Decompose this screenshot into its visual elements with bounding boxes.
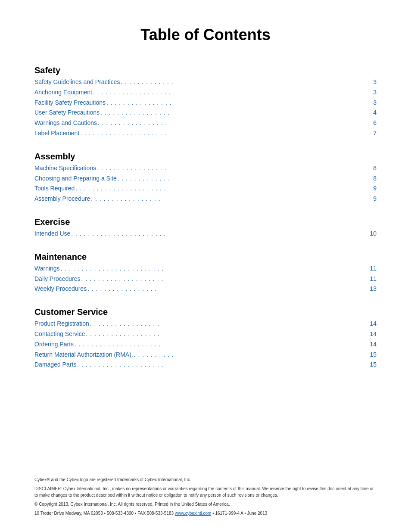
section-heading-assembly: Assembly <box>34 152 377 162</box>
toc-dots: . . . . . . . . . . . . . . . . . . . . … <box>77 360 369 370</box>
toc-entry-text: Contacting Service <box>34 329 85 339</box>
toc-entry-text: Ordering Parts <box>34 339 74 350</box>
toc-page-number: 4 <box>373 108 377 118</box>
toc-dots: . . . . . . . . . . . . . . . . . . . . … <box>75 339 369 350</box>
footer-address-suffix: • 16171-999-4 A • June 2013 <box>211 511 267 516</box>
toc-dots: . . . . . . . . . . . . . <box>118 174 373 184</box>
toc-entry-text: Damaged Parts <box>34 360 76 370</box>
toc-page-number: 3 <box>373 87 377 98</box>
toc-page-number: 14 <box>370 339 377 350</box>
footer-copyright: © Copyright 2013, Cybex International, I… <box>34 501 377 507</box>
toc-entry[interactable]: Daily Procedures . . . . . . . . . . . .… <box>34 274 377 284</box>
toc-page-number: 10 <box>370 229 377 239</box>
toc-dots: . . . . . . . . . . . . . . . . . . . <box>93 87 372 98</box>
toc-entry-text: Product Registration <box>34 319 89 329</box>
toc-entry[interactable]: Weekly Procedures . . . . . . . . . . . … <box>34 284 377 294</box>
toc-dots: . . . . . . . . . . . . . . . . . <box>87 284 369 294</box>
toc-entry[interactable]: Return Material Authorization (RMA). . .… <box>34 350 377 360</box>
toc-entry[interactable]: Safety Guidelines and Practices . . . . … <box>34 77 377 87</box>
toc-page-number: 15 <box>370 350 377 360</box>
toc-dots: . . . . . . . . . . . . . . . . . . . . … <box>75 184 372 194</box>
toc-entry[interactable]: Facility Safety Precautions . . . . . . … <box>34 98 377 108</box>
toc-page-number: 7 <box>373 128 377 139</box>
toc-entry[interactable]: Product Registration . . . . . . . . . .… <box>34 319 377 329</box>
toc-dots: . . . . . . . . . . . . . . . . . . . . … <box>61 264 369 274</box>
toc-page-number: 15 <box>370 360 377 370</box>
toc-page-number: 9 <box>373 194 377 204</box>
toc-entry-text: Anchoring Equipment <box>34 87 92 98</box>
toc-entry-text: Weekly Procedures <box>34 284 87 294</box>
toc-entry[interactable]: Ordering Parts . . . . . . . . . . . . .… <box>34 339 377 350</box>
toc-entry-text: Return Material Authorization (RMA). <box>34 350 133 360</box>
toc-entry[interactable]: Anchoring Equipment . . . . . . . . . . … <box>34 87 377 98</box>
toc-page-number: 6 <box>373 118 377 128</box>
toc-page-number: 3 <box>373 77 377 87</box>
toc-entry[interactable]: Contacting Service . . . . . . . . . . .… <box>34 329 377 339</box>
toc-entry[interactable]: User Safety Precautions . . . . . . . . … <box>34 108 377 118</box>
toc-dots: . . . . . . . . . . . . . . . . . . . . <box>81 274 369 284</box>
footer-address-prefix: 10 Trotter Drive Medway, MA 02053 • 508-… <box>34 511 175 516</box>
toc-entry-text: Choosing and Preparing a Site <box>34 174 117 184</box>
toc-dots: . . . . . . . . . . . . . . . . . <box>90 319 369 329</box>
footer-trademark: Cybex® and the Cybex logo are registered… <box>34 476 377 483</box>
section-heading-exercise: Exercise <box>34 217 377 227</box>
toc-page-number: 3 <box>373 98 377 108</box>
toc-entry[interactable]: Damaged Parts . . . . . . . . . . . . . … <box>34 360 377 370</box>
footer: Cybex® and the Cybex logo are registered… <box>34 476 377 519</box>
section-customer-service: Customer ServiceProduct Registration . .… <box>34 307 377 370</box>
toc-page-number: 9 <box>373 184 377 194</box>
toc-dots: . . . . . . . . . . . . . . . . . <box>97 163 372 174</box>
toc-entry-text: Daily Procedures <box>34 274 81 284</box>
toc-page-number: 8 <box>373 163 377 174</box>
toc-page-number: 14 <box>370 319 377 329</box>
toc-entry-text: Facility Safety Precautions <box>34 98 106 108</box>
toc-entry[interactable]: Tools Required . . . . . . . . . . . . .… <box>34 184 377 194</box>
toc-page-number: 11 <box>370 264 377 274</box>
toc-dots: . . . . . . . . . . . . . <box>121 77 372 87</box>
page: Table of Contents SafetySafety Guideline… <box>0 0 411 532</box>
toc-container: SafetySafety Guidelines and Practices . … <box>34 65 377 370</box>
toc-entry-text: Assembly Procedure <box>34 194 90 204</box>
toc-entry-text: Tools Required <box>34 184 75 194</box>
section-heading-customer-service: Customer Service <box>34 307 377 317</box>
section-assembly: AssemblyMachine Specifications . . . . .… <box>34 152 377 204</box>
toc-dots: . . . . . . . . . . . . . . . . <box>106 98 372 108</box>
toc-entry[interactable]: Assembly Procedure . . . . . . . . . . .… <box>34 194 377 204</box>
section-maintenance: MaintenanceWarnings . . . . . . . . . . … <box>34 252 377 294</box>
toc-entry-text: User Safety Precautions <box>34 108 100 118</box>
toc-entry[interactable]: Intended Use . . . . . . . . . . . . . .… <box>34 229 377 239</box>
toc-dots: . . . . . . . . . . . . . . . . . . . . … <box>71 229 369 239</box>
section-heading-safety: Safety <box>34 65 377 75</box>
toc-page-number: 11 <box>370 274 377 284</box>
toc-entry[interactable]: Label Placement . . . . . . . . . . . . … <box>34 128 377 139</box>
section-exercise: ExerciseIntended Use . . . . . . . . . .… <box>34 217 377 239</box>
toc-entry-text: Warnings and Cautions <box>34 118 97 128</box>
toc-entry[interactable]: Choosing and Preparing a Site . . . . . … <box>34 174 377 184</box>
toc-page-number: 14 <box>370 329 377 339</box>
footer-disclaimer: DISCLAIMER: Cybex International, Inc., m… <box>34 485 377 498</box>
toc-entry-text: Safety Guidelines and Practices <box>34 77 120 87</box>
toc-dots: . . . . . . . . . . <box>134 350 369 360</box>
toc-dots: . . . . . . . . . . . . . . . . . <box>100 108 372 118</box>
section-heading-maintenance: Maintenance <box>34 252 377 262</box>
toc-page-number: 13 <box>370 284 377 294</box>
toc-entry-text: Intended Use <box>34 229 70 239</box>
toc-page-number: 8 <box>373 174 377 184</box>
toc-dots: . . . . . . . . . . . . . . . . . . . . … <box>80 128 372 139</box>
toc-entry-text: Warnings <box>34 264 60 274</box>
footer-address: 10 Trotter Drive Medway, MA 02053 • 508-… <box>34 510 377 516</box>
toc-dots: . . . . . . . . . . . . . . . . . . <box>86 329 369 339</box>
page-title: Table of Contents <box>34 26 377 44</box>
toc-dots: . . . . . . . . . . . . . . . . . <box>91 194 372 204</box>
toc-dots: . . . . . . . . . . . . . . . . . <box>98 118 372 128</box>
toc-entry[interactable]: Machine Specifications . . . . . . . . .… <box>34 163 377 174</box>
section-safety: SafetySafety Guidelines and Practices . … <box>34 65 377 139</box>
toc-entry-text: Machine Specifications <box>34 163 96 174</box>
toc-entry[interactable]: Warnings and Cautions . . . . . . . . . … <box>34 118 377 128</box>
toc-entry[interactable]: Warnings . . . . . . . . . . . . . . . .… <box>34 264 377 274</box>
toc-entry-text: Label Placement <box>34 128 79 139</box>
footer-website-link[interactable]: www.cybexintl.com <box>175 511 211 516</box>
